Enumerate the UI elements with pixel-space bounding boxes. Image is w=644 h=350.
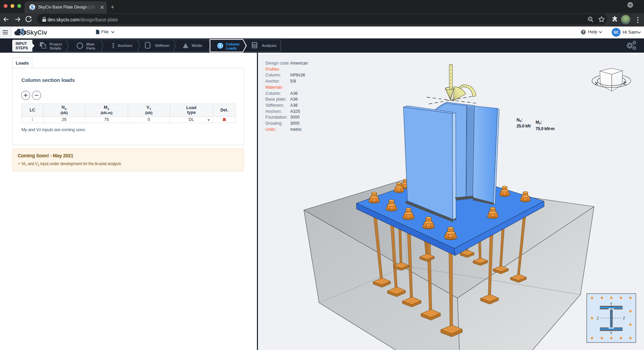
svg-text:Design code:: Design code:	[265, 61, 290, 66]
svg-text:5/8: 5/8	[290, 79, 296, 84]
svg-text:INPUT: INPUT	[16, 41, 27, 46]
svg-text:Foundation:: Foundation:	[265, 115, 288, 120]
svg-text:Materials: Materials	[265, 85, 282, 90]
svg-text:A325: A325	[290, 109, 300, 114]
svg-text:Anchors:: Anchors:	[265, 109, 282, 114]
svg-text:Mz:: Mz:	[536, 120, 542, 125]
svg-text:A36: A36	[290, 91, 298, 96]
svg-text:?: ?	[582, 30, 584, 34]
svg-text:Anchors: Anchors	[118, 43, 132, 48]
svg-text:Welds: Welds	[192, 43, 202, 48]
svg-text:A36: A36	[290, 97, 298, 102]
svg-text:Loads: Loads	[226, 46, 237, 50]
svg-text:Z: Z	[623, 316, 625, 320]
svg-text:3000: 3000	[290, 121, 300, 126]
svg-text:Anchor:: Anchor:	[265, 79, 280, 84]
svg-text:Project: Project	[50, 42, 62, 46]
svg-text:75.0 kN-m: 75.0 kN-m	[536, 126, 555, 131]
svg-text:Column: Column	[226, 42, 240, 46]
svg-text:Column:: Column:	[265, 91, 281, 96]
svg-text:metric: metric	[290, 127, 301, 132]
svg-text:Main: Main	[86, 42, 95, 46]
svg-text:Analysis: Analysis	[262, 43, 277, 48]
svg-text:STEPS: STEPS	[16, 46, 28, 50]
svg-text:25.0 kN: 25.0 kN	[517, 124, 530, 128]
svg-text:American: American	[290, 61, 308, 66]
svg-text:HP8x36: HP8x36	[290, 73, 305, 77]
svg-text:Grouting:: Grouting:	[265, 121, 283, 126]
svg-text:Profiles: Profiles	[265, 67, 279, 72]
svg-text:Units:: Units:	[265, 127, 276, 132]
svg-text:Y: Y	[610, 331, 612, 335]
svg-text:Column:: Column:	[265, 73, 281, 77]
svg-text:Z: Z	[597, 316, 599, 320]
svg-text:Details: Details	[50, 46, 62, 50]
svg-text:Base plate:: Base plate:	[265, 97, 286, 102]
svg-text:Nx:: Nx:	[517, 118, 522, 123]
svg-text:A36: A36	[290, 103, 298, 108]
svg-text:Stiffener: Stiffener	[155, 43, 170, 48]
svg-text:Parts: Parts	[86, 46, 95, 50]
svg-text:Stiffeners:: Stiffeners:	[265, 103, 284, 108]
svg-text:3000: 3000	[290, 115, 300, 120]
svg-text:Y: Y	[610, 302, 612, 306]
